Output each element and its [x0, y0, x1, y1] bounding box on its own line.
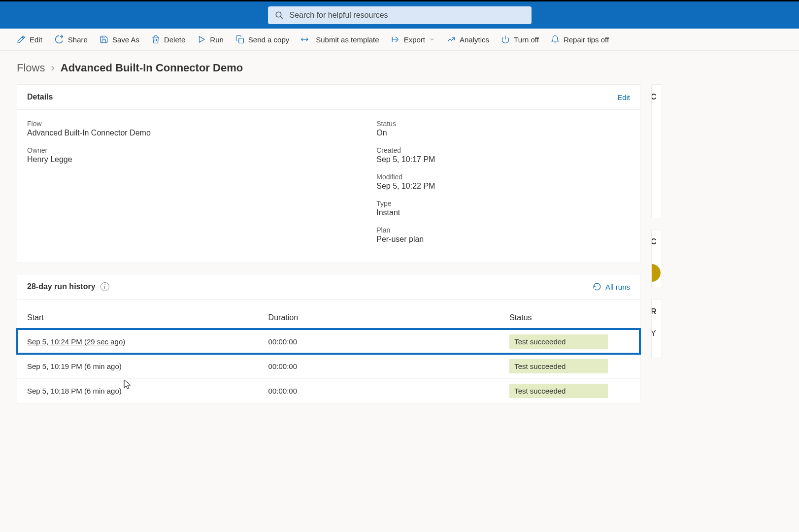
- pencil-icon: [17, 35, 26, 44]
- svg-line-1: [280, 16, 283, 19]
- modified-value: Sep 5, 10:22 PM: [376, 182, 630, 191]
- plan-label: Plan: [376, 226, 630, 234]
- avatar: [651, 264, 661, 282]
- side-card-label-o: C: [651, 237, 657, 246]
- run-duration: 00:00:00: [268, 362, 510, 370]
- details-card: Details Edit Flow Advanced Built-In Conn…: [17, 84, 640, 263]
- breadcrumb-root[interactable]: Flows: [17, 62, 45, 74]
- col-status[interactable]: Status: [509, 313, 630, 322]
- all-runs-label: All runs: [605, 283, 630, 291]
- share-icon: [54, 34, 64, 44]
- run-button[interactable]: Run: [197, 35, 224, 44]
- svg-rect-3: [239, 38, 244, 43]
- run-history-card: 28-day run history i All runs Start Dura…: [17, 274, 640, 403]
- status-value: On: [376, 129, 630, 137]
- saveas-button[interactable]: Save As: [100, 35, 139, 44]
- turnoff-label: Turn off: [514, 35, 539, 44]
- all-runs-link[interactable]: All runs: [593, 282, 630, 291]
- run-start[interactable]: Sep 5, 10:18 PM (6 min ago): [27, 387, 268, 395]
- modified-label: Modified: [376, 173, 630, 181]
- analytics-icon: [447, 35, 456, 44]
- side-card-owners: C: [651, 229, 662, 288]
- created-value: Sep 5, 10:17 PM: [376, 155, 630, 164]
- trash-icon: [151, 35, 160, 44]
- side-card-related: R Y: [651, 299, 662, 358]
- status-badge: Test succeeded: [509, 384, 608, 398]
- save-icon: [100, 35, 108, 44]
- type-label: Type: [376, 200, 630, 207]
- export-icon: [391, 35, 400, 44]
- analytics-label: Analytics: [460, 35, 489, 44]
- side-card-label-c: C: [651, 93, 657, 101]
- table-row[interactable]: Sep 5, 10:19 PM (6 min ago)00:00:00Test …: [17, 354, 640, 378]
- page-title: Advanced Built-In Connector Demo: [61, 62, 243, 74]
- svg-marker-2: [200, 36, 205, 42]
- sendcopy-button[interactable]: Send a copy: [235, 35, 289, 44]
- flow-label: Flow: [27, 120, 357, 128]
- submit-button[interactable]: Submit as template: [301, 35, 379, 44]
- run-duration: 00:00:00: [268, 337, 510, 346]
- breadcrumb: Flows › Advanced Built-In Connector Demo: [0, 51, 799, 79]
- run-start[interactable]: Sep 5, 10:24 PM (29 sec ago): [27, 337, 268, 346]
- side-card-connections: C: [651, 84, 662, 218]
- sendcopy-label: Send a copy: [248, 35, 289, 44]
- edit-label: Edit: [30, 35, 42, 44]
- share-label: Share: [68, 35, 88, 44]
- delete-button[interactable]: Delete: [151, 35, 185, 44]
- run-duration: 00:00:00: [268, 387, 510, 395]
- copy-icon: [235, 35, 244, 44]
- export-button[interactable]: Export: [391, 35, 435, 44]
- col-start[interactable]: Start: [27, 313, 268, 322]
- edit-button[interactable]: Edit: [17, 35, 42, 44]
- table-row[interactable]: Sep 5, 10:18 PM (6 min ago)00:00:00Test …: [17, 378, 640, 403]
- share-button[interactable]: Share: [54, 34, 88, 44]
- plan-value: Per-user plan: [376, 235, 630, 244]
- details-edit-link[interactable]: Edit: [617, 93, 630, 101]
- repair-label: Repair tips off: [564, 35, 609, 44]
- saveas-label: Save As: [112, 35, 139, 44]
- svg-point-0: [276, 12, 281, 17]
- run-start[interactable]: Sep 5, 10:19 PM (6 min ago): [27, 362, 268, 370]
- export-label: Export: [404, 35, 425, 44]
- search-input[interactable]: [290, 11, 525, 20]
- search-box[interactable]: [268, 6, 532, 24]
- owner-value: Henry Legge: [27, 155, 357, 164]
- submit-icon: [301, 35, 312, 44]
- info-icon[interactable]: i: [100, 282, 109, 291]
- search-icon: [275, 11, 284, 20]
- status-badge: Test succeeded: [509, 334, 608, 349]
- history-title: 28-day run history: [27, 282, 96, 291]
- play-icon: [197, 35, 206, 44]
- chevron-right-icon: ›: [51, 62, 54, 74]
- bell-icon: [551, 35, 560, 44]
- chevron-down-icon: [429, 36, 435, 42]
- col-duration[interactable]: Duration: [268, 313, 510, 322]
- flow-value: Advanced Built-In Connector Demo: [27, 129, 357, 137]
- run-label: Run: [210, 35, 224, 44]
- power-icon: [501, 35, 510, 44]
- side-card-label-r: R: [651, 307, 657, 316]
- created-label: Created: [376, 146, 630, 154]
- turnoff-button[interactable]: Turn off: [501, 35, 539, 44]
- refresh-icon: [593, 282, 601, 291]
- history-header-row: Start Duration Status: [17, 299, 640, 329]
- status-badge: Test succeeded: [509, 359, 608, 373]
- top-bar: [0, 0, 799, 29]
- type-value: Instant: [376, 208, 630, 217]
- owner-label: Owner: [27, 146, 357, 154]
- delete-label: Delete: [164, 35, 185, 44]
- table-row[interactable]: Sep 5, 10:24 PM (29 sec ago)00:00:00Test…: [17, 329, 640, 354]
- command-bar: Edit Share Save As Delete Run Send a cop…: [0, 29, 799, 51]
- submit-label: Submit as template: [316, 35, 379, 44]
- repair-button[interactable]: Repair tips off: [551, 35, 609, 44]
- analytics-button[interactable]: Analytics: [447, 35, 489, 44]
- side-card-sub-y: Y: [651, 329, 656, 338]
- details-title: Details: [27, 93, 53, 101]
- status-label: Status: [376, 120, 630, 128]
